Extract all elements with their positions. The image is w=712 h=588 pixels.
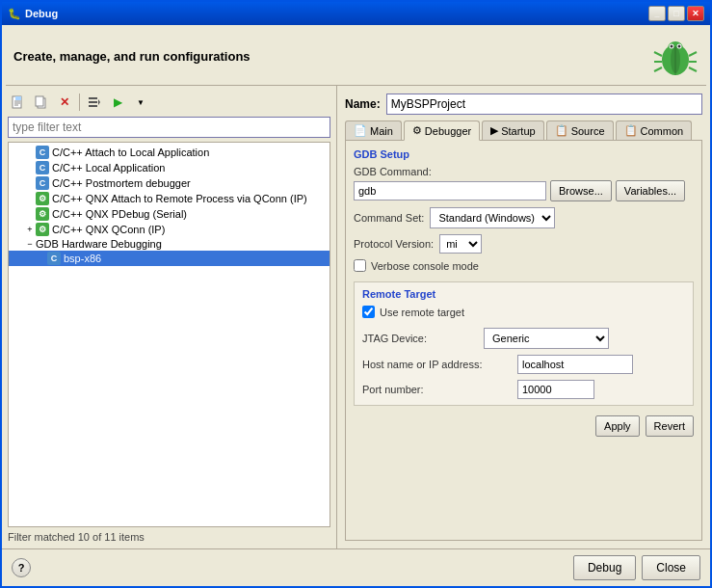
svg-line-8 — [654, 67, 662, 71]
svg-rect-22 — [89, 101, 97, 103]
verbose-checkbox[interactable] — [354, 259, 366, 272]
main-tab-label: Main — [370, 125, 393, 137]
filter-input[interactable] — [8, 117, 330, 138]
gdb-command-row: GDB Command: Browse... Variables... — [354, 166, 694, 201]
remote-target-section: Remote Target Use remote target JTAG Dev… — [354, 281, 694, 406]
close-button[interactable]: Close — [642, 555, 700, 580]
item-label: GDB Hardware Debugging — [36, 238, 162, 250]
main-content: ✕ ▶ ▼ C C/C++ Attach to Local Applicatio… — [2, 86, 710, 548]
item-label: C/C++ QNX QConn (IP) — [52, 224, 165, 235]
name-label: Name: — [345, 97, 381, 111]
filter-status: Filter matched 10 of 11 items — [8, 531, 330, 543]
expander-icon — [36, 254, 47, 263]
item-badge: C — [47, 252, 61, 265]
launch-button[interactable]: ▶ — [107, 92, 128, 113]
verbose-label: Verbose console mode — [371, 260, 479, 272]
toolbar-separator — [79, 94, 80, 111]
bottom-bar: ? Debug Close — [2, 548, 710, 586]
bottom-buttons: Debug Close — [573, 555, 700, 580]
jtag-row: JTAG Device: Generic ARM MIPS — [362, 328, 685, 349]
main-tab-icon: 📄 — [354, 124, 367, 137]
expander-icon: + — [24, 225, 36, 234]
tree-item-selected[interactable]: C bsp-x86 — [9, 251, 330, 266]
tab-source[interactable]: 📋 Source — [546, 120, 614, 140]
use-remote-row: Use remote target — [362, 306, 685, 318]
tree-item[interactable]: C C/C++ Postmortem debugger — [9, 175, 330, 191]
command-set-select[interactable]: Standard (Windows) Standard Cygwin — [430, 207, 555, 228]
view-menu-button[interactable] — [84, 92, 105, 113]
item-badge: ⚙ — [36, 223, 49, 236]
title-bar: 🐛 Debug _ □ ✕ — [2, 2, 710, 25]
use-remote-checkbox[interactable] — [362, 306, 375, 318]
dropdown-button[interactable]: ▼ — [130, 92, 151, 113]
tree-item[interactable]: C C/C++ Attach to Local Application — [9, 145, 330, 160]
expander-icon — [24, 178, 36, 188]
item-badge: ⚙ — [36, 207, 49, 221]
host-label: Host name or IP address: — [362, 359, 512, 370]
command-set-label: Command Set: — [354, 212, 424, 224]
item-label: C/C++ Postmortem debugger — [52, 177, 191, 189]
source-tab-icon: 📋 — [555, 124, 568, 137]
revert-button[interactable]: Revert — [646, 415, 694, 437]
item-badge: C — [36, 161, 49, 174]
subtitle-text: Create, manage, and run configurations — [13, 49, 251, 64]
tab-common[interactable]: 📋 Common — [616, 120, 693, 140]
config-toolbar: ✕ ▶ ▼ — [8, 92, 330, 113]
tabs-bar: 📄 Main ⚙ Debugger ▶ Startup 📋 Source 📋 — [345, 120, 702, 141]
svg-line-11 — [689, 67, 697, 71]
item-label: bsp-x86 — [64, 253, 101, 264]
debug-button[interactable]: Debug — [573, 555, 636, 580]
help-button[interactable]: ? — [12, 558, 31, 577]
apply-button[interactable]: Apply — [595, 415, 640, 437]
protocol-select[interactable]: mi mi2 mi3 — [439, 234, 482, 254]
tree-item[interactable]: ⚙ C/C++ QNX Attach to Remote Process via… — [9, 191, 330, 206]
gdb-command-input[interactable] — [354, 181, 546, 200]
tab-debugger[interactable]: ⚙ Debugger — [404, 120, 480, 141]
common-tab-icon: 📋 — [624, 124, 638, 137]
debug-icon: 🐛 — [8, 8, 21, 20]
tab-startup[interactable]: ▶ Startup — [482, 120, 543, 140]
host-row: Host name or IP address: — [362, 355, 685, 374]
remote-target-header: Remote Target — [362, 288, 685, 300]
expander-icon — [24, 194, 36, 203]
tree-item[interactable]: − GDB Hardware Debugging — [9, 237, 330, 251]
tree-item[interactable]: ⚙ C/C++ QNX PDebug (Serial) — [9, 206, 330, 222]
protocol-row: Protocol Version: mi mi2 mi3 — [354, 234, 694, 254]
protocol-label: Protocol Version: — [354, 238, 434, 250]
expander-icon — [24, 209, 36, 219]
name-row: Name: — [345, 94, 702, 115]
tab-content-debugger: GDB Setup GDB Command: Browse... Variabl… — [345, 141, 702, 541]
name-input[interactable] — [386, 94, 702, 115]
minimize-button[interactable]: _ — [648, 6, 666, 21]
svg-rect-23 — [89, 105, 97, 107]
source-tab-label: Source — [571, 125, 605, 137]
port-input[interactable] — [517, 380, 594, 399]
item-label: C/C++ QNX PDebug (Serial) — [52, 208, 187, 220]
gdb-command-label: GDB Command: — [354, 166, 694, 177]
window-title: Debug — [25, 8, 58, 19]
svg-marker-24 — [98, 99, 100, 105]
jtag-select[interactable]: Generic ARM MIPS — [484, 328, 609, 349]
tab-main[interactable]: 📄 Main — [345, 120, 402, 140]
common-tab-label: Common — [641, 125, 684, 137]
gdb-setup-header: GDB Setup — [354, 148, 694, 160]
debugger-tab-icon: ⚙ — [412, 124, 422, 137]
browse-button[interactable]: Browse... — [550, 180, 612, 201]
delete-button[interactable]: ✕ — [54, 92, 75, 113]
verbose-row: Verbose console mode — [354, 259, 694, 272]
config-tree[interactable]: C C/C++ Attach to Local Application C C/… — [8, 142, 330, 527]
svg-rect-20 — [36, 96, 43, 106]
command-set-row: Command Set: Standard (Windows) Standard… — [354, 207, 694, 228]
maximize-button[interactable]: □ — [668, 6, 685, 21]
tree-item[interactable]: + ⚙ C/C++ QNX QConn (IP) — [9, 222, 330, 237]
svg-line-9 — [689, 52, 697, 56]
new-config-button[interactable] — [8, 92, 29, 113]
close-window-button[interactable]: ✕ — [687, 6, 704, 21]
duplicate-button[interactable] — [31, 92, 52, 113]
item-label: C/C++ Local Application — [52, 162, 165, 174]
tree-item[interactable]: C C/C++ Local Application — [9, 160, 330, 175]
variables-button[interactable]: Variables... — [616, 180, 685, 201]
jtag-label: JTAG Device: — [362, 333, 478, 344]
host-input[interactable] — [517, 355, 633, 374]
item-badge: C — [36, 176, 49, 190]
